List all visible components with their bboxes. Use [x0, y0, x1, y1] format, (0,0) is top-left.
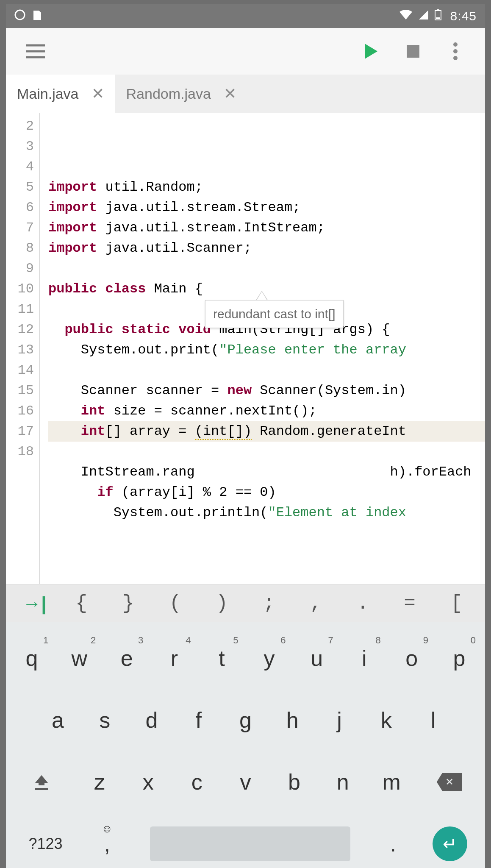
- space-key[interactable]: [132, 819, 368, 868]
- line-number: 11: [6, 299, 34, 320]
- line-number: 8: [6, 238, 34, 259]
- key-c[interactable]: c: [174, 757, 220, 807]
- accessory-key[interactable]: [: [433, 593, 480, 615]
- accessory-key[interactable]: ): [199, 593, 246, 615]
- status-clock: 8:45: [450, 9, 477, 23]
- key-h[interactable]: h: [270, 695, 315, 745]
- symbol-accessory-bar: →| {}();,.=[: [6, 584, 485, 622]
- svg-rect-7: [407, 45, 419, 58]
- code-line[interactable]: int size = scanner.nextInt();: [48, 401, 485, 421]
- line-number: 12: [6, 320, 34, 340]
- key-b[interactable]: b: [271, 757, 317, 807]
- svg-point-0: [15, 10, 25, 19]
- period-key[interactable]: .: [370, 819, 416, 868]
- tab-main-java[interactable]: Main.java ✕: [6, 75, 115, 113]
- tab-key[interactable]: →|: [11, 593, 58, 614]
- key-y[interactable]: 6y: [247, 633, 292, 683]
- key-k[interactable]: k: [364, 695, 408, 745]
- app-toolbar: [6, 28, 485, 75]
- accessory-key[interactable]: .: [339, 593, 386, 615]
- key-x[interactable]: x: [125, 757, 171, 807]
- key-u[interactable]: 7u: [294, 633, 339, 683]
- comma-key[interactable]: ☺ ,: [84, 819, 130, 868]
- line-number: 15: [6, 381, 34, 401]
- enter-icon: ↵: [443, 834, 457, 854]
- key-m[interactable]: m: [369, 757, 415, 807]
- backspace-key[interactable]: ✕: [417, 757, 482, 807]
- symbols-key[interactable]: ?123: [9, 819, 82, 868]
- overflow-menu-button[interactable]: [438, 34, 472, 68]
- accessory-key[interactable]: (: [152, 593, 199, 615]
- key-l[interactable]: l: [411, 695, 455, 745]
- key-v[interactable]: v: [222, 757, 269, 807]
- code-line[interactable]: import java.util.stream.Stream;: [48, 198, 485, 218]
- key-p[interactable]: 0p: [437, 633, 482, 683]
- key-r[interactable]: 4r: [152, 633, 197, 683]
- line-number: 4: [6, 157, 34, 177]
- key-a[interactable]: a: [36, 695, 80, 745]
- line-number: 18: [6, 442, 34, 462]
- key-n[interactable]: n: [320, 757, 366, 807]
- code-line[interactable]: int[] array = (int[]) Random.generateInt: [48, 421, 485, 442]
- accessory-key[interactable]: }: [105, 593, 152, 615]
- line-number-gutter: 23456789101112131415161718: [6, 113, 40, 584]
- line-number: 13: [6, 340, 34, 360]
- code-line[interactable]: IntStream.rang h).forEach: [48, 462, 485, 482]
- line-number: 6: [6, 198, 34, 218]
- accessory-key[interactable]: ;: [246, 593, 293, 615]
- key-i[interactable]: 8i: [342, 633, 387, 683]
- key-w[interactable]: 2w: [57, 633, 102, 683]
- close-icon[interactable]: ✕: [92, 85, 104, 103]
- key-o[interactable]: 9o: [389, 633, 434, 683]
- lint-tooltip: redundant cast to int[]: [205, 300, 344, 328]
- key-d[interactable]: d: [130, 695, 174, 745]
- key-g[interactable]: g: [223, 695, 268, 745]
- line-number: 2: [6, 116, 34, 136]
- notification-dot-icon: [14, 9, 25, 23]
- line-number: 9: [6, 259, 34, 279]
- status-bar: 8:45: [6, 4, 485, 28]
- svg-point-9: [453, 49, 458, 53]
- wifi-icon: [399, 9, 413, 23]
- key-t[interactable]: 5t: [199, 633, 244, 683]
- key-s[interactable]: s: [83, 695, 127, 745]
- menu-button[interactable]: [19, 34, 53, 68]
- key-f[interactable]: f: [176, 695, 221, 745]
- code-area[interactable]: import util.Random;import java.util.stre…: [40, 113, 485, 584]
- code-line[interactable]: if (array[i] % 2 == 0): [48, 482, 485, 503]
- run-button[interactable]: [354, 34, 388, 68]
- line-number: 5: [6, 177, 34, 198]
- stop-button[interactable]: [396, 34, 430, 68]
- code-line[interactable]: import util.Random;: [48, 177, 485, 198]
- key-q[interactable]: 1q: [9, 633, 54, 683]
- tooltip-pointer-icon: [256, 291, 268, 300]
- code-line[interactable]: [48, 360, 485, 381]
- line-number: 14: [6, 360, 34, 381]
- code-editor[interactable]: 23456789101112131415161718 import util.R…: [6, 113, 485, 584]
- shift-key[interactable]: [9, 757, 74, 807]
- code-line[interactable]: [48, 259, 485, 279]
- svg-point-8: [453, 42, 458, 47]
- line-number: 10: [6, 279, 34, 299]
- accessory-key[interactable]: ,: [292, 593, 339, 615]
- svg-rect-2: [437, 9, 439, 11]
- sdcard-icon: [32, 9, 42, 24]
- emoji-icon: ☺: [101, 822, 113, 835]
- key-j[interactable]: j: [317, 695, 362, 745]
- accessory-key[interactable]: =: [386, 593, 433, 615]
- svg-rect-3: [436, 17, 440, 19]
- editor-tabs: Main.java ✕ Random.java ✕: [6, 75, 485, 113]
- code-line[interactable]: import java.util.Scanner;: [48, 238, 485, 259]
- line-number: 16: [6, 401, 34, 421]
- close-icon[interactable]: ✕: [224, 85, 236, 103]
- accessory-key[interactable]: {: [58, 593, 105, 615]
- code-line[interactable]: System.out.println("Element at index: [48, 503, 485, 523]
- enter-key[interactable]: ↵: [418, 819, 482, 868]
- code-line[interactable]: System.out.print("Please enter the array: [48, 340, 485, 360]
- key-e[interactable]: 3e: [104, 633, 149, 683]
- code-line[interactable]: Scanner scanner = new Scanner(System.in): [48, 381, 485, 401]
- key-z[interactable]: z: [76, 757, 122, 807]
- tab-random-java[interactable]: Random.java ✕: [115, 75, 247, 113]
- code-line[interactable]: [48, 442, 485, 462]
- code-line[interactable]: import java.util.stream.IntStream;: [48, 218, 485, 238]
